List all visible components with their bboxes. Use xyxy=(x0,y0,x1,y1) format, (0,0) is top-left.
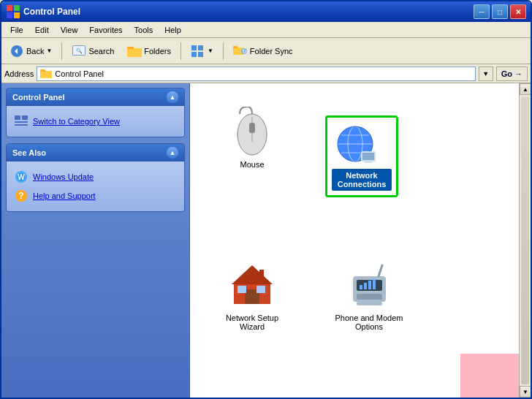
svg-rect-41 xyxy=(362,153,374,160)
svg-rect-24 xyxy=(15,124,28,126)
back-button[interactable]: Back ▼ xyxy=(4,41,57,61)
svg-text:↻: ↻ xyxy=(241,48,246,55)
svg-text:W: W xyxy=(18,173,25,181)
maximize-button[interactable]: □ xyxy=(492,4,508,19)
search-button[interactable]: 🔍 Search xyxy=(66,41,119,61)
close-button[interactable]: ✕ xyxy=(510,4,526,19)
sidebar-item-windows-update[interactable]: W Windows Update xyxy=(11,167,180,186)
sidebar-control-panel-content: Switch to Category View xyxy=(7,106,184,137)
address-folder-icon xyxy=(40,69,52,79)
svg-rect-3 xyxy=(14,12,20,18)
mouse-icon xyxy=(227,108,278,156)
sidebar-control-panel-section: Control Panel ▲ Switch to xyxy=(6,88,185,137)
svg-rect-22 xyxy=(22,115,28,120)
address-bar: Address Control Panel ▼ Go → xyxy=(1,64,531,83)
svg-rect-10 xyxy=(127,47,134,49)
list-item[interactable]: Mouse xyxy=(205,105,300,200)
svg-rect-12 xyxy=(198,45,203,50)
svg-rect-21 xyxy=(15,115,20,120)
svg-rect-53 xyxy=(368,281,371,289)
list-item[interactable]: Phone and ModemOptions xyxy=(322,259,417,334)
views-dropdown[interactable]: ▼ xyxy=(208,48,213,54)
toolbar-separator-3 xyxy=(223,42,224,60)
scrollbar: ▲ ▼ xyxy=(519,83,531,398)
windows-update-icon: W xyxy=(14,170,28,184)
svg-marker-44 xyxy=(232,265,273,284)
svg-rect-48 xyxy=(259,270,264,280)
go-button[interactable]: Go → xyxy=(496,66,528,81)
menu-tools[interactable]: Tools xyxy=(129,24,159,36)
toolbar-separator-1 xyxy=(61,42,62,60)
main-content: Control Panel ▲ Switch to xyxy=(1,83,531,398)
sidebar-see-also-header[interactable]: See Also ▲ xyxy=(7,144,184,162)
menu-help[interactable]: Help xyxy=(159,24,187,36)
sidebar-control-panel-header[interactable]: Control Panel ▲ xyxy=(7,88,184,106)
help-support-icon: ? xyxy=(14,189,28,203)
address-value[interactable]: Control Panel xyxy=(55,69,471,78)
windows-logo-icon xyxy=(6,4,20,19)
scrollbar-thumb[interactable] xyxy=(521,96,529,384)
views-icon xyxy=(191,44,205,58)
collapse-see-also-button[interactable]: ▲ xyxy=(167,147,178,159)
address-input-container: Control Panel xyxy=(37,66,475,81)
svg-text:?: ? xyxy=(18,191,23,201)
windows-update-label: Windows Update xyxy=(33,172,94,181)
svg-rect-46 xyxy=(238,286,246,293)
icon-area: Mouse xyxy=(190,83,519,398)
title-bar: Control Panel ─ □ ✕ xyxy=(1,1,531,22)
menu-favorites[interactable]: Favorites xyxy=(83,24,128,36)
collapse-control-panel-button[interactable]: ▲ xyxy=(167,91,178,103)
svg-rect-16 xyxy=(233,46,238,48)
scrollbar-down-button[interactable]: ▼ xyxy=(520,386,531,398)
scrollbar-up-button[interactable]: ▲ xyxy=(520,83,531,95)
list-item[interactable]: Network SetupWizard xyxy=(205,259,300,334)
sidebar-item-switch-view[interactable]: Switch to Category View xyxy=(11,112,180,131)
phone-modem-icon xyxy=(343,262,395,309)
menu-bar: File Edit View Favorites Tools Help xyxy=(1,22,531,38)
menu-edit[interactable]: Edit xyxy=(29,24,55,36)
toolbar-separator-2 xyxy=(180,42,181,60)
search-toolbar-icon: 🔍 xyxy=(72,44,86,58)
menu-file[interactable]: File xyxy=(4,24,29,36)
svg-rect-47 xyxy=(256,286,265,293)
svg-rect-57 xyxy=(357,302,382,305)
folder-sync-button[interactable]: ↻ Folder Sync xyxy=(228,41,298,61)
sidebar-see-also-section: See Also ▲ W Windows Update xyxy=(6,143,185,212)
menu-view[interactable]: View xyxy=(55,24,84,36)
sidebar: Control Panel ▲ Switch to xyxy=(1,83,190,398)
address-label: Address xyxy=(4,69,34,78)
network-setup-wizard-icon xyxy=(227,262,278,309)
svg-rect-33 xyxy=(249,123,255,133)
window-title: Control Panel xyxy=(23,7,474,17)
address-dropdown-button[interactable]: ▼ xyxy=(479,66,493,81)
go-arrow-icon: → xyxy=(514,69,522,78)
svg-rect-56 xyxy=(357,294,382,300)
toolbar: Back ▼ 🔍 Search Folders xyxy=(1,38,531,64)
folders-label: Folders xyxy=(144,47,171,56)
svg-rect-2 xyxy=(7,12,12,18)
folder-sync-icon: ↻ xyxy=(233,44,248,58)
list-item[interactable]: NetworkConnections xyxy=(314,113,409,200)
svg-rect-9 xyxy=(127,48,142,57)
window-controls: ─ □ ✕ xyxy=(474,4,526,19)
folder-sync-label: Folder Sync xyxy=(250,47,293,56)
back-icon xyxy=(10,44,24,58)
network-connections-icon xyxy=(332,122,379,166)
pink-corner xyxy=(460,354,519,398)
folders-button[interactable]: Folders xyxy=(122,41,176,61)
views-button[interactable]: ▼ xyxy=(186,41,218,61)
help-support-label: Help and Support xyxy=(33,191,96,200)
network-connections-label: NetworkConnections xyxy=(332,169,392,191)
network-setup-wizard-label: Network SetupWizard xyxy=(226,314,278,331)
go-label: Go xyxy=(501,69,512,78)
minimize-button[interactable]: ─ xyxy=(474,4,490,19)
sidebar-see-also-title: See Also xyxy=(12,148,46,157)
svg-rect-11 xyxy=(191,45,197,50)
back-dropdown[interactable]: ▼ xyxy=(46,48,52,54)
switch-view-label: Switch to Category View xyxy=(33,117,120,126)
svg-rect-19 xyxy=(40,71,52,78)
svg-rect-52 xyxy=(364,283,367,289)
svg-rect-14 xyxy=(198,52,203,57)
sidebar-item-help-support[interactable]: ? Help and Support xyxy=(11,186,180,205)
svg-rect-13 xyxy=(191,52,197,57)
